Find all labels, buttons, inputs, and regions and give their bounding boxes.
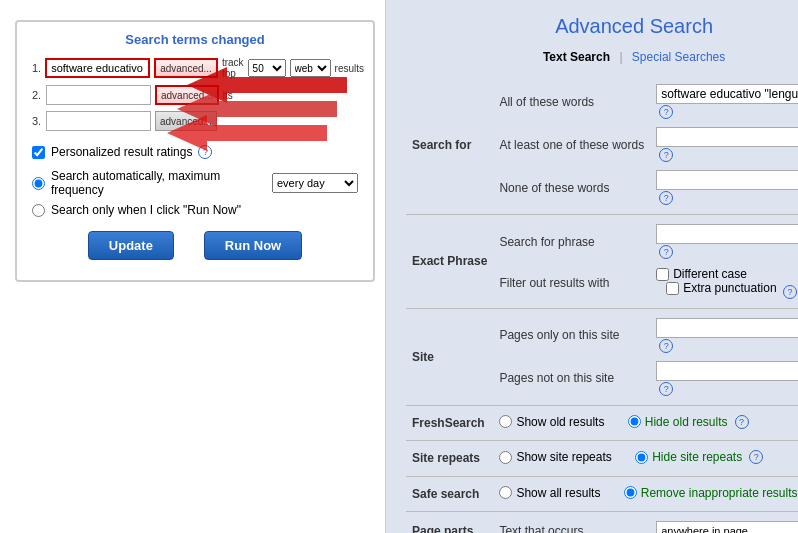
personalized-row: Personalized result ratings ? (32, 145, 358, 159)
page-parts-row: Page parts Text that occurs anywhere in … (406, 517, 798, 533)
search-row-2: 2. advanced... lts (32, 85, 358, 105)
none-input[interactable] (656, 170, 798, 190)
all-words-help-icon[interactable]: ? (659, 105, 673, 119)
pages-not-label: Pages not on this site (493, 357, 650, 400)
page-parts-select[interactable]: anywhere in page in the title in the URL (656, 521, 798, 533)
button-row: Update Run Now (32, 231, 358, 260)
advanced-search-title: Advanced Search (406, 15, 798, 38)
manual-search-radio[interactable] (32, 204, 45, 217)
pages-not-input[interactable] (656, 361, 798, 381)
pages-only-input[interactable] (656, 318, 798, 338)
filter-help-icon[interactable]: ? (783, 285, 797, 299)
personalized-checkbox[interactable] (32, 146, 45, 159)
track-label-1: track top (222, 57, 244, 79)
atleast-input[interactable] (656, 127, 798, 147)
search-phrase-input[interactable] (656, 224, 798, 244)
filter-cell: Different case Extra punctuation ? (650, 263, 798, 303)
search-row-3: 3. advanced... (32, 111, 358, 131)
auto-search-row: Search automatically, maximum frequency … (32, 169, 358, 197)
update-button[interactable]: Update (88, 231, 174, 260)
search-phrase-cell: ? (650, 220, 798, 263)
hide-old-radio[interactable] (628, 415, 641, 428)
results-label-1: results (335, 63, 364, 74)
advanced-btn-2[interactable]: advanced... (155, 85, 219, 105)
all-words-label: All of these words (493, 80, 650, 123)
auto-search-label: Search automatically, maximum frequency (51, 169, 266, 197)
all-words-input[interactable] (656, 84, 798, 104)
right-panel: Advanced Search Text Search | Special Se… (385, 0, 798, 533)
show-old-label: Show old results (499, 415, 604, 429)
none-label: None of these words (493, 166, 650, 209)
show-old-radio[interactable] (499, 415, 512, 428)
show-site-label: Show site repeats (499, 450, 611, 464)
show-all-label: Show all results (499, 486, 600, 500)
pages-only-help-icon[interactable]: ? (659, 339, 673, 353)
results-label-2: lts (223, 90, 233, 101)
advanced-search-table: Search for All of these words ? At least… (406, 80, 798, 533)
remove-inapp-label: Remove inappropriate results ? (624, 486, 798, 500)
tabs-row: Text Search | Special Searches (406, 50, 798, 64)
freshsearch-help-icon[interactable]: ? (735, 415, 749, 429)
pages-not-help-icon[interactable]: ? (659, 382, 673, 396)
divider-2 (406, 303, 798, 314)
left-panel: Search terms changed 1. advanced... trac… (0, 0, 385, 533)
exact-phrase-row: Exact Phrase Search for phrase ? (406, 220, 798, 263)
pages-only-cell: ? (650, 314, 798, 357)
search-phrase-help-icon[interactable]: ? (659, 245, 673, 259)
web-select-1[interactable]: web (290, 59, 331, 77)
all-words-cell: ? (650, 80, 798, 123)
none-cell: ? (650, 166, 798, 209)
search-phrase-label: Search for phrase (493, 220, 650, 263)
row-num-1: 1. (32, 62, 41, 74)
row-num-2: 2. (32, 89, 42, 101)
hide-old-label: Hide old results ? (628, 415, 749, 429)
atleast-cell: ? (650, 123, 798, 166)
different-case-label: Different case (656, 267, 798, 281)
personalized-label: Personalized result ratings (51, 145, 192, 159)
safe-search-row: Safe search Show all results Remove inap… (406, 482, 798, 507)
radio-section: Search automatically, maximum frequency … (32, 169, 358, 217)
atleast-label: At least one of these words (493, 123, 650, 166)
freshsearch-label: FreshSearch (406, 411, 493, 436)
atleast-help-icon[interactable]: ? (659, 148, 673, 162)
freshsearch-row: FreshSearch Show old results Hide old re… (406, 411, 798, 436)
runnow-button[interactable]: Run Now (204, 231, 302, 260)
text-occurs-label: Text that occurs (493, 517, 650, 533)
pages-only-label: Pages only on this site (493, 314, 650, 357)
extra-punct-checkbox[interactable] (666, 282, 679, 295)
search-input-1[interactable] (45, 58, 150, 78)
safe-search-label: Safe search (406, 482, 493, 507)
exact-phrase-label: Exact Phrase (406, 220, 493, 303)
site-label: Site (406, 314, 493, 400)
freshsearch-options: Show old results Hide old results ? (493, 411, 798, 436)
freq-select[interactable]: every day every week every month (272, 173, 358, 193)
tab-special-searches[interactable]: Special Searches (632, 50, 725, 64)
divider-6 (406, 506, 798, 517)
advanced-btn-1[interactable]: advanced... (154, 58, 218, 78)
tab-separator: | (619, 50, 622, 64)
hide-site-label: Hide site repeats ? (635, 450, 763, 464)
track-select-1[interactable]: 50 25 100 (248, 59, 286, 77)
none-help-icon[interactable]: ? (659, 191, 673, 205)
search-input-2[interactable] (46, 85, 151, 105)
manual-search-label: Search only when I click "Run Now" (51, 203, 241, 217)
advanced-btn-3[interactable]: advanced... (155, 111, 217, 131)
auto-search-radio[interactable] (32, 177, 45, 190)
pages-not-cell: ? (650, 357, 798, 400)
site-repeats-label: Site repeats (406, 446, 493, 471)
hide-site-radio[interactable] (635, 451, 648, 464)
personalized-help-icon[interactable]: ? (198, 145, 212, 159)
tab-text-search[interactable]: Text Search (543, 50, 610, 64)
manual-search-row: Search only when I click "Run Now" (32, 203, 358, 217)
remove-inapp-radio[interactable] (624, 486, 637, 499)
site-repeats-help-icon[interactable]: ? (749, 450, 763, 464)
search-terms-changed-box: Search terms changed 1. advanced... trac… (15, 20, 375, 282)
search-input-3[interactable] (46, 111, 151, 131)
show-site-radio[interactable] (499, 451, 512, 464)
divider-5 (406, 471, 798, 482)
different-case-checkbox[interactable] (656, 268, 669, 281)
divider-1 (406, 209, 798, 220)
page-parts-cell: anywhere in page in the title in the URL… (650, 517, 798, 533)
search-terms-title: Search terms changed (32, 32, 358, 47)
show-all-radio[interactable] (499, 486, 512, 499)
